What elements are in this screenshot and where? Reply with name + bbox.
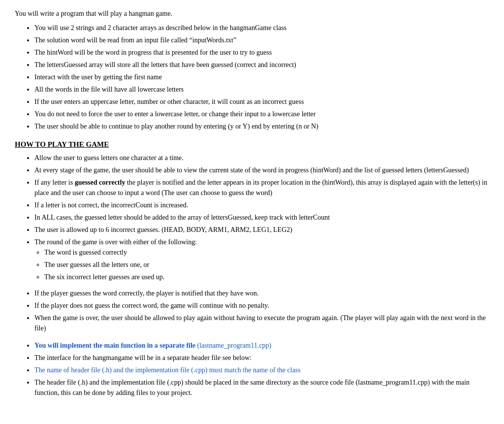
bold-text: guessed correctly [75,179,126,186]
list-item: The solution word will be read from an i… [34,35,489,45]
main-bullet-list: You will use 2 strings and 2 character a… [34,23,489,131]
list-item: All the words in the file will have all … [34,84,489,95]
list-item: If a letter is not correct, the incorrec… [34,200,489,210]
round-over-text: The round of the game is over with eithe… [34,238,197,246]
list-item: If the player does not guess the correct… [34,300,489,311]
intro-text: You will write a program that will play … [15,10,489,18]
list-item: In ALL cases, the guessed letter should … [34,212,489,223]
list-item-bold: If any letter is guessed correctly the p… [34,177,489,198]
bold-blue-text: You will implement the main function in … [34,342,195,349]
how-to-play-heading: HOW TO PLAY THE GAME [15,140,489,149]
list-item-blue: The name of header file (.h) and the imp… [34,365,489,375]
sub-list-item: The word is guessed correctly [44,247,489,258]
list-item: Allow the user to guess letters one char… [34,153,489,163]
list-item: When the game is over, the user should b… [34,313,489,333]
how-to-play-list: Allow the user to guess letters one char… [34,153,489,333]
bottom-bullet-list: You will implement the main function in … [34,340,489,398]
blue-text: The name of header file (.h) and the imp… [34,366,301,374]
list-item: The interface for the hangmangame will b… [34,353,489,363]
sub-bullet-list: The word is guessed correctly The user g… [44,247,489,282]
sub-list-item: The six incorrect letter guesses are use… [44,272,489,282]
list-item-bold-blue: You will implement the main function in … [34,340,489,351]
list-item: The user should be able to continue to p… [34,121,489,131]
list-item: The round of the game is over with eithe… [34,237,489,282]
blue-link-text: (lastname_program11.cpp) [197,342,272,349]
list-item: You will use 2 strings and 2 character a… [34,23,489,33]
list-item: The lettersGuessed array will store all … [34,60,489,70]
list-item: If the player guesses the word correctly… [34,288,489,298]
list-item: At every stage of the game, the user sho… [34,165,489,175]
list-item: Interact with the user by getting the fi… [34,72,489,82]
list-item: If the user enters an uppercase letter, … [34,97,489,107]
list-item: The header file (.h) and the implementat… [34,377,489,398]
list-item: The hintWord will be the word in progres… [34,47,489,58]
sub-list-item: The user guesses all the letters one, or [44,260,489,270]
list-item: You do not need to force the user to ent… [34,109,489,119]
list-item: The user is allowed up to 6 incorrect gu… [34,225,489,235]
